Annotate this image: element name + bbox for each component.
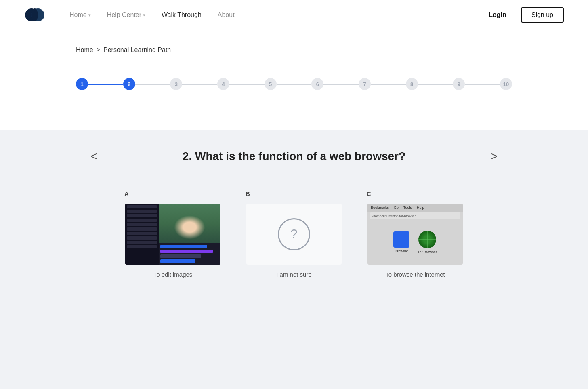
answer-label-b: B — [246, 190, 250, 197]
nav-home[interactable]: Home ▾ — [69, 11, 91, 19]
nav-menu: Home ▾ Help Center ▾ Walk Through About — [69, 11, 482, 19]
answer-label-c: C — [367, 190, 371, 197]
step-9[interactable]: 9 — [453, 78, 465, 90]
step-2-container: 2 — [123, 78, 170, 90]
answer-option-c[interactable]: C Bookmarks Go Tools Help /home/sir/Desk… — [367, 190, 464, 278]
step-9-container: 9 — [453, 78, 500, 90]
answer-caption-b: I am not sure — [276, 271, 312, 278]
step-4[interactable]: 4 — [217, 78, 229, 90]
navbar-actions: Login Sign up — [482, 7, 564, 23]
question-text: 2. What is the function of a web browser… — [183, 150, 405, 163]
svg-point-2 — [32, 8, 38, 21]
nav-help-center[interactable]: Help Center ▾ — [107, 11, 145, 19]
stepper: 1 2 3 4 — [76, 78, 512, 90]
step-line-4 — [229, 84, 265, 85]
main-content: Home > Personal Learning Path 1 2 — [52, 30, 536, 130]
quiz-content: < 2. What is the function of a web brows… — [52, 130, 536, 294]
answer-label-a: A — [124, 190, 129, 197]
step-2[interactable]: 2 — [123, 78, 135, 90]
step-5-container: 5 — [265, 78, 312, 90]
nav-about[interactable]: About — [218, 11, 235, 19]
step-line-2 — [135, 84, 170, 85]
step-6[interactable]: 6 — [311, 78, 323, 90]
step-5[interactable]: 5 — [265, 78, 277, 90]
answer-image-a[interactable] — [124, 203, 221, 265]
step-line-5 — [277, 84, 312, 85]
prev-button[interactable]: < — [84, 147, 103, 166]
nav-walkthrough[interactable]: Walk Through — [162, 11, 202, 19]
step-7-container: 7 — [359, 78, 406, 90]
answer-options: A — [76, 190, 512, 278]
question-mark-icon: ? — [278, 218, 310, 250]
signup-button[interactable]: Sign up — [521, 7, 564, 23]
answer-caption-c: To browse the internet — [385, 271, 445, 278]
step-3-container: 3 — [170, 78, 217, 90]
step-7[interactable]: 7 — [359, 78, 371, 90]
step-6-container: 6 — [311, 78, 359, 90]
step-line-8 — [418, 84, 453, 85]
step-line-1 — [88, 84, 123, 85]
quiz-section: < 2. What is the function of a web brows… — [0, 130, 588, 294]
chevron-down-icon: ▾ — [88, 13, 91, 18]
step-line-6 — [323, 84, 359, 85]
answer-image-c[interactable]: Bookmarks Go Tools Help /home/sir/Deskto… — [367, 203, 464, 265]
step-8-container: 8 — [406, 78, 453, 90]
step-4-container: 4 — [217, 78, 265, 90]
breadcrumb: Home > Personal Learning Path — [76, 46, 512, 54]
step-line-9 — [465, 84, 500, 85]
step-1-container: 1 — [76, 78, 123, 90]
step-10-container: 10 — [500, 78, 512, 90]
logo[interactable] — [24, 4, 45, 25]
breadcrumb-current: Personal Learning Path — [103, 46, 171, 54]
answer-caption-a: To edit images — [153, 271, 193, 278]
login-button[interactable]: Login — [482, 8, 513, 22]
chevron-down-icon: ▾ — [143, 13, 145, 18]
next-button[interactable]: > — [485, 147, 504, 166]
step-10[interactable]: 10 — [500, 78, 512, 90]
navbar: Home ▾ Help Center ▾ Walk Through About … — [0, 0, 588, 30]
breadcrumb-separator: > — [97, 46, 100, 54]
browser-icon — [393, 231, 410, 248]
answer-option-a[interactable]: A — [124, 190, 221, 278]
answer-image-b[interactable]: ? — [246, 203, 342, 265]
page-top: Home > Personal Learning Path 1 2 — [0, 30, 588, 130]
breadcrumb-home[interactable]: Home — [76, 46, 93, 54]
step-8[interactable]: 8 — [406, 78, 418, 90]
step-line-7 — [371, 84, 406, 85]
question-header: < 2. What is the function of a web brows… — [76, 147, 512, 166]
answer-option-b[interactable]: B ? I am not sure — [246, 190, 342, 278]
step-1[interactable]: 1 — [76, 78, 88, 90]
step-3[interactable]: 3 — [170, 78, 182, 90]
step-line-3 — [182, 84, 217, 85]
tor-browser-icon — [418, 231, 436, 248]
